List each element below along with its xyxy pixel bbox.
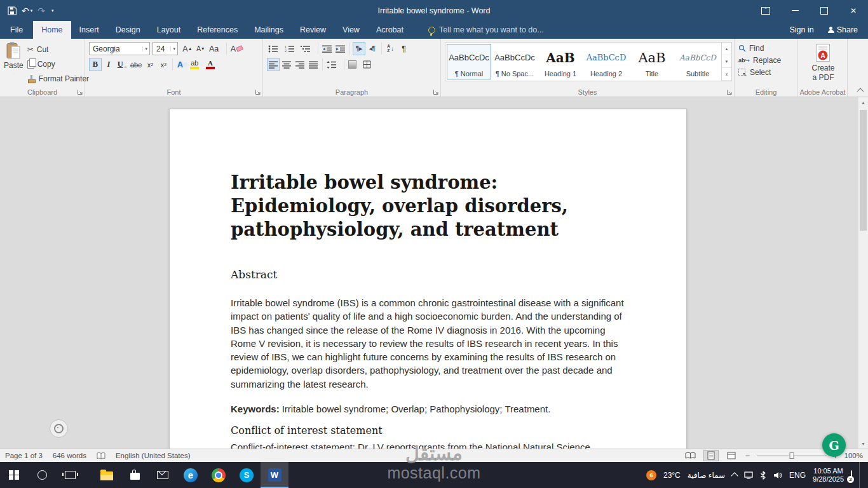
- action-center-button[interactable]: 2: [851, 471, 852, 480]
- style-normal[interactable]: AaBbCcDc¶ Normal: [447, 44, 491, 79]
- zoom-slider[interactable]: [757, 451, 827, 460]
- align-left-button[interactable]: [267, 58, 280, 71]
- weather-description[interactable]: سماء صافية: [688, 471, 725, 480]
- grammarly-button[interactable]: G: [822, 433, 846, 457]
- styles-more-button[interactable]: ⊻: [722, 68, 731, 81]
- text-effects-button[interactable]: A▾: [175, 58, 188, 71]
- style-no-spacing[interactable]: AaBbCcDc¶ No Spac...: [492, 44, 537, 79]
- proofing-status-icon[interactable]: [97, 452, 105, 459]
- scroll-down-button[interactable]: ▼: [858, 438, 868, 449]
- show-desktop-button[interactable]: [859, 462, 863, 488]
- vertical-scrollbar[interactable]: ▲ ▼: [858, 97, 868, 449]
- print-layout-button[interactable]: [703, 450, 719, 461]
- shading-button[interactable]: ▾: [347, 58, 362, 71]
- tab-file[interactable]: File: [0, 21, 33, 39]
- floating-widget-icon[interactable]: [50, 419, 68, 438]
- tell-me-box[interactable]: Tell me what you want to do...: [428, 21, 544, 39]
- tab-home[interactable]: Home: [33, 21, 71, 39]
- collapse-ribbon-button[interactable]: [857, 88, 864, 95]
- web-layout-button[interactable]: [724, 450, 739, 461]
- start-button[interactable]: [0, 462, 28, 488]
- copy-button[interactable]: Copy: [25, 58, 91, 71]
- network-icon[interactable]: [744, 471, 753, 479]
- style-heading-2[interactable]: AaBbCcDHeading 2: [584, 44, 628, 79]
- zoom-level[interactable]: 100%: [844, 452, 863, 459]
- sort-button[interactable]: AZ↓: [384, 42, 397, 55]
- customize-qat-button[interactable]: ▾: [50, 8, 54, 13]
- close-button[interactable]: ✕: [839, 0, 868, 21]
- tab-review[interactable]: Review: [292, 21, 334, 39]
- styles-scroll-down-button[interactable]: ▼: [722, 55, 731, 68]
- font-size-combo[interactable]: 24▾: [153, 42, 178, 55]
- italic-button[interactable]: I: [102, 58, 115, 71]
- align-center-button[interactable]: [280, 58, 293, 71]
- justify-button[interactable]: [307, 58, 320, 71]
- volume-icon[interactable]: [773, 471, 782, 479]
- tab-design[interactable]: Design: [107, 21, 149, 39]
- edge-button[interactable]: e: [177, 462, 205, 488]
- borders-button[interactable]: ▾: [362, 58, 376, 71]
- font-color-button[interactable]: A▾: [205, 58, 220, 71]
- bold-button[interactable]: B: [89, 58, 102, 71]
- save-button[interactable]: [8, 6, 17, 15]
- store-button[interactable]: [121, 462, 149, 488]
- align-right-button[interactable]: [294, 58, 306, 71]
- paste-button[interactable]: Paste ▾: [4, 42, 24, 86]
- language-status[interactable]: English (United States): [116, 452, 191, 459]
- tab-acrobat[interactable]: Acrobat: [368, 21, 412, 39]
- decrease-indent-button[interactable]: [321, 42, 334, 55]
- clear-formatting-button[interactable]: A: [229, 42, 244, 55]
- tray-badge-icon[interactable]: 6: [646, 470, 656, 480]
- scroll-up-button[interactable]: ▲: [858, 97, 868, 107]
- zoom-out-button[interactable]: −: [744, 451, 752, 461]
- shrink-font-button[interactable]: A▼: [194, 42, 207, 55]
- underline-button[interactable]: U▾: [116, 58, 128, 71]
- zoom-slider-thumb[interactable]: [789, 452, 794, 459]
- style-subtitle[interactable]: AaBbCcDSubtitle: [675, 44, 720, 79]
- weather-temperature[interactable]: 23°C: [663, 471, 681, 480]
- search-button[interactable]: [28, 462, 56, 488]
- subscript-button[interactable]: x2: [144, 58, 156, 71]
- file-explorer-button[interactable]: [93, 462, 121, 488]
- strikethrough-button[interactable]: abe: [129, 58, 143, 71]
- highlight-color-button[interactable]: ab▾: [189, 58, 204, 71]
- word-taskbar-button[interactable]: W: [261, 462, 288, 488]
- grow-font-button[interactable]: A▲: [181, 42, 194, 55]
- language-indicator[interactable]: ENG: [789, 471, 806, 480]
- redo-button[interactable]: ↷: [37, 6, 45, 16]
- increase-indent-button[interactable]: [334, 42, 347, 55]
- mail-button[interactable]: [149, 462, 177, 488]
- find-button[interactable]: Find▾: [738, 44, 781, 53]
- tab-layout[interactable]: Layout: [149, 21, 189, 39]
- create-pdf-button[interactable]: A Create a PDF: [806, 42, 839, 84]
- replace-button[interactable]: ab↪ Replace: [738, 56, 781, 65]
- task-view-button[interactable]: [56, 462, 84, 488]
- line-spacing-button[interactable]: ▾: [325, 58, 341, 71]
- superscript-button[interactable]: x2: [157, 58, 170, 71]
- scrollbar-thumb[interactable]: [860, 110, 867, 231]
- document-page[interactable]: Irritable bowel syndrome: Epidemiology, …: [169, 109, 687, 449]
- undo-button[interactable]: ↶▾: [22, 6, 32, 16]
- show-hide-paragraph-button[interactable]: ¶: [398, 42, 410, 55]
- styles-scroll-up-button[interactable]: ▲: [722, 43, 731, 55]
- select-button[interactable]: ↖ Select▾: [738, 68, 781, 77]
- word-count-status[interactable]: 646 words: [53, 452, 86, 459]
- style-heading-1[interactable]: AaBHeading 1: [538, 44, 583, 79]
- chrome-button[interactable]: [205, 462, 233, 488]
- tab-mailings[interactable]: Mailings: [246, 21, 292, 39]
- bluetooth-icon[interactable]: [760, 471, 766, 480]
- multilevel-list-button[interactable]: ▾: [299, 42, 315, 55]
- change-case-button[interactable]: Aa▾: [208, 42, 224, 55]
- tab-insert[interactable]: Insert: [71, 21, 107, 39]
- tab-references[interactable]: References: [189, 21, 246, 39]
- numbering-button[interactable]: 12 ▾: [283, 42, 299, 55]
- page-number-status[interactable]: Page 1 of 3: [5, 452, 43, 459]
- right-to-left-text-button[interactable]: ◂¶: [366, 42, 379, 55]
- left-to-right-text-button[interactable]: ¶▸: [353, 42, 365, 55]
- font-name-combo[interactable]: Georgia▾: [89, 42, 150, 55]
- share-button[interactable]: Share: [828, 25, 858, 34]
- format-painter-button[interactable]: Format Painter: [25, 72, 91, 85]
- clock[interactable]: 10:05 AM 9/28/2025: [813, 467, 844, 484]
- cut-button[interactable]: ✂Cut: [25, 43, 91, 56]
- style-title[interactable]: AaBTitle: [630, 44, 674, 79]
